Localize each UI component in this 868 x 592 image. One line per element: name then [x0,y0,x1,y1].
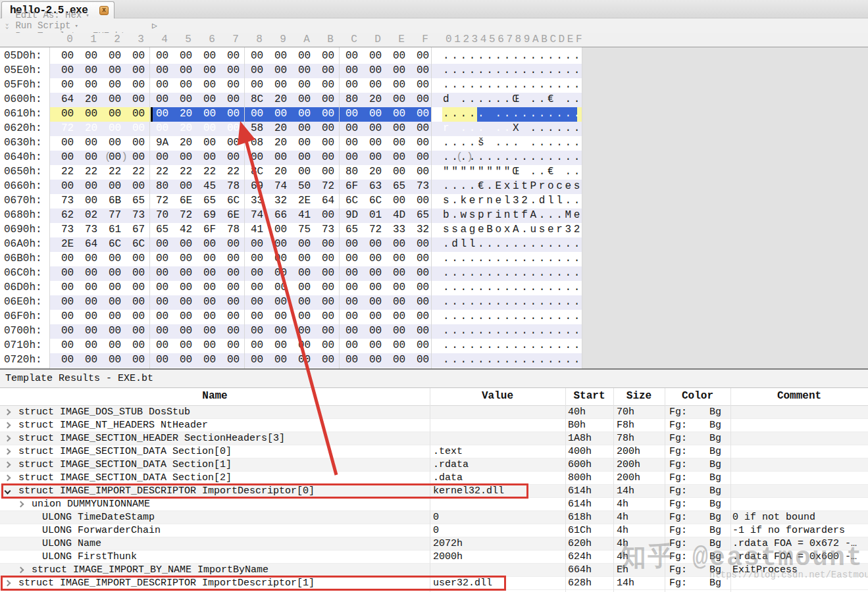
hex-byte[interactable]: 00 [153,238,176,250]
hex-byte[interactable]: 00 [366,339,390,351]
ascii-char[interactable]: . [565,93,574,105]
hex-byte[interactable]: 00 [200,50,224,62]
hex-byte[interactable]: 00 [413,282,437,293]
ascii-char[interactable]: s [539,224,548,235]
ascii-char[interactable]: . [443,354,451,366]
ascii-char[interactable]: . [486,310,495,322]
ascii-char[interactable]: . [451,282,460,293]
ascii-char[interactable]: e [548,224,556,235]
ascii-char[interactable]: . [530,195,539,207]
ascii-char[interactable]: . [539,93,548,105]
hex-byte[interactable]: 00 [153,267,176,279]
ascii-char[interactable]: . [496,339,504,351]
ascii-char[interactable]: . [565,296,574,308]
hex-byte[interactable]: 00 [82,354,105,366]
ascii-char[interactable]: . [556,64,565,76]
hex-byte[interactable]: 00 [58,354,82,366]
ascii-char[interactable]: . [556,354,565,366]
ascii-char[interactable]: A [530,209,539,221]
ascii-char[interactable]: " [486,166,495,178]
ascii-char[interactable]: s [443,224,451,235]
hex-byte[interactable]: 00 [82,325,105,337]
hex-byte[interactable]: 00 [247,79,271,91]
hex-byte[interactable]: 00 [295,137,319,149]
ascii-char[interactable]: . [461,267,469,279]
ascii-char[interactable]: 2 [521,195,530,207]
hex-byte[interactable]: 65 [413,209,437,221]
hex-byte[interactable]: 00 [413,79,437,91]
hex-byte[interactable]: 00 [342,64,366,76]
hex-byte[interactable]: 32 [413,224,437,235]
hex-byte[interactable]: 00 [342,267,366,279]
ascii-char[interactable]: d [443,93,451,105]
ascii-char[interactable]: . [478,325,486,337]
ascii-char[interactable] [451,93,460,105]
hex-byte[interactable]: 00 [271,267,295,279]
column-header-name[interactable]: Name [0,390,430,402]
hex-byte[interactable]: 00 [82,151,105,163]
ascii-char[interactable]: . [539,137,548,149]
ascii-char[interactable]: . [513,339,521,351]
ascii-char[interactable]: . [574,151,582,163]
template-row[interactable]: ULONG TimeDateStamp0618h4hFg:Bg0 if not … [0,511,868,524]
ascii-char[interactable]: . [521,325,530,337]
hex-byte[interactable]: 00 [295,108,319,120]
hex-byte[interactable]: 00 [295,151,319,163]
hex-byte[interactable]: 22 [200,166,224,178]
column-header-comment[interactable]: Comment [730,390,868,402]
ascii-char[interactable]: . [469,79,478,91]
ascii-char[interactable]: . [539,253,548,264]
hex-byte[interactable]: 00 [247,296,271,308]
hex-byte[interactable]: 63 [366,180,390,192]
ascii-char[interactable]: . [513,50,521,62]
hex-byte[interactable]: 72 [153,195,176,207]
ascii-char[interactable]: . [504,253,513,264]
hex-byte[interactable]: 00 [105,325,129,337]
hex-byte[interactable]: 73 [82,224,105,235]
ascii-char[interactable]: s [451,224,460,235]
ascii-char[interactable]: . [469,151,478,163]
hex-byte[interactable]: 00 [153,50,176,62]
hex-byte[interactable]: 33 [247,195,271,207]
ascii-char[interactable]: . [539,339,548,351]
ascii-char[interactable]: . [521,108,530,120]
ascii-char[interactable]: . [478,296,486,308]
hex-byte[interactable]: 00 [366,137,390,149]
column-header-start[interactable]: Start [565,390,613,402]
ascii-char[interactable]: . [521,282,530,293]
ascii-char[interactable]: . [504,79,513,91]
hex-byte[interactable]: 00 [58,282,82,293]
ascii-char[interactable]: . [504,282,513,293]
hex-byte[interactable]: 00 [413,93,437,105]
ascii-char[interactable]: . [565,253,574,264]
ascii-char[interactable]: e [565,180,574,192]
hex-byte[interactable]: 74 [247,209,271,221]
hex-byte[interactable]: 00 [105,253,129,264]
ascii-char[interactable]: . [521,296,530,308]
hex-byte[interactable]: 00 [58,253,82,264]
hex-byte[interactable]: 00 [153,325,176,337]
ascii-char[interactable]: . [556,267,565,279]
ascii-char[interactable]: u [530,224,539,235]
ascii-char[interactable]: . [504,108,513,120]
ascii-char[interactable]: s [443,195,451,207]
ascii-char[interactable]: . [548,354,556,366]
hex-byte[interactable]: 00 [105,354,129,366]
hex-byte[interactable]: 00 [271,151,295,163]
hex-byte[interactable]: 4D [390,209,413,221]
hex-byte[interactable]: 00 [271,325,295,337]
ascii-char[interactable]: . [565,339,574,351]
ascii-char[interactable]: . [556,108,565,120]
ascii-char[interactable]: . [530,166,539,178]
hex-byte[interactable]: 00 [200,122,224,134]
ascii-char[interactable]: . [496,79,504,91]
hex-byte[interactable]: 00 [176,310,200,322]
ascii-char[interactable]: . [451,354,460,366]
hex-byte[interactable]: 00 [295,339,319,351]
ascii-char[interactable]: i [496,209,504,221]
hex-byte[interactable]: 00 [58,137,82,149]
ascii-char[interactable]: a [461,224,469,235]
hex-byte[interactable]: 9A [153,137,176,149]
ascii-char[interactable]: . [565,166,574,178]
ascii-char[interactable]: . [469,122,478,134]
